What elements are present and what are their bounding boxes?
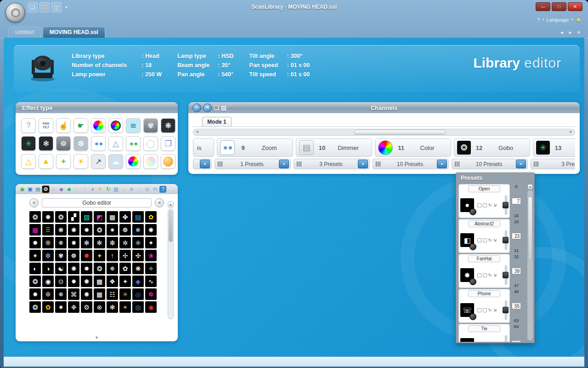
gobo-thumbnail[interactable]: ✺ xyxy=(145,224,157,236)
gobo-thumbnail[interactable]: ⌘ xyxy=(68,288,79,300)
presets-cell-gobo[interactable]: 10 Presets ▼ xyxy=(452,159,528,169)
chevron-down-icon[interactable]: ▾ xyxy=(542,17,544,22)
gobo-thumbnail[interactable]: ☷ xyxy=(107,288,118,300)
language-menu[interactable]: Language xyxy=(546,17,569,23)
gobo-thumbnail[interactable]: ☸ xyxy=(68,250,79,261)
gobo-thumbnail[interactable]: ✴ xyxy=(119,301,131,313)
preset-slider[interactable] xyxy=(503,264,508,286)
presets-dropdown-icon[interactable]: ▼ xyxy=(437,160,447,168)
dots-green-icon[interactable]: ∴ xyxy=(50,186,57,193)
preset-box[interactable]: FanHat ✸ ↻ ⇲ xyxy=(458,254,510,288)
channel-cell-color[interactable]: 11 Color xyxy=(375,138,451,157)
clock-icon[interactable]: ⊙ xyxy=(144,186,151,193)
paste-icon[interactable]: ▤ xyxy=(221,104,226,111)
channels-hscrollbar[interactable]: ◄ ► xyxy=(193,129,575,136)
gobo-thumbnail[interactable]: ❊ xyxy=(42,288,54,300)
preset-checkbox[interactable] xyxy=(483,238,487,242)
gobo-thumbnail[interactable]: ❇ xyxy=(107,237,118,248)
gobo-thumbnail[interactable]: ◉ xyxy=(145,301,157,313)
gobo-thumbnail[interactable]: ⊙ xyxy=(55,276,67,287)
refresh-green-icon[interactable]: ↻ xyxy=(105,186,112,193)
scrollbar-thumb[interactable] xyxy=(169,210,173,242)
gobo-thumbnail[interactable]: ❋ xyxy=(55,224,67,236)
gobo-thumbnail[interactable]: ✿ xyxy=(145,211,157,223)
presets-dropdown-icon[interactable]: ▼ xyxy=(200,160,210,168)
gobo-wheel-2-icon[interactable]: ☸ xyxy=(56,136,71,151)
gobo-thumbnail[interactable]: ▧ xyxy=(81,211,92,223)
gobo-thumbnail[interactable]: ▦ xyxy=(107,211,118,223)
gobo-thumbnail[interactable]: ↑ xyxy=(107,250,118,261)
gobo-thumbnail[interactable]: ✺ xyxy=(81,250,92,261)
tab-close-icon[interactable]: ✕ xyxy=(577,30,581,35)
preset-gobo-thumbnail[interactable]: ✸ xyxy=(460,268,474,282)
preset-box[interactable]: Tie ❖ ↻ ⇲ xyxy=(458,324,510,342)
gobo-green-star-icon[interactable]: ✳ xyxy=(21,136,36,151)
gobo-flower-icon[interactable]: ❋ xyxy=(161,118,175,133)
gobo-thumbnail[interactable]: ✸ xyxy=(68,237,79,248)
rgb-circle-icon[interactable] xyxy=(126,154,141,169)
gobo-thumbnail[interactable]: ❉ xyxy=(68,301,79,313)
scroll-up-icon[interactable]: ▲ xyxy=(527,184,533,190)
monitor-icon[interactable]: ▣ xyxy=(27,186,34,193)
color-wheel-2-icon[interactable] xyxy=(108,118,123,133)
mail-icon[interactable]: ✉ xyxy=(152,186,158,193)
channel-cell-iris[interactable]: is xyxy=(193,138,214,157)
presets-cell-color[interactable]: 10 Presets ▼ xyxy=(373,159,449,169)
gobo-thumbnail[interactable]: ✵ xyxy=(107,263,118,274)
gobo-thumbnail[interactable]: ☯ xyxy=(55,263,67,274)
gobo-thumbnail[interactable]: ❁ xyxy=(119,224,131,236)
gobo-thumbnail[interactable]: ❊ xyxy=(42,237,54,248)
frost-icon[interactable]: ❆ xyxy=(74,136,88,151)
gobo-thumbnail[interactable]: ❂ xyxy=(94,224,105,236)
gobo-thumbnail[interactable]: ◑ xyxy=(42,263,54,274)
scrollbar-thumb[interactable] xyxy=(354,130,446,135)
preset-value-field[interactable]: 23 xyxy=(512,233,521,239)
gobo-thumbnail[interactable]: ✤ xyxy=(119,211,131,223)
rotate-icon[interactable]: ↻ xyxy=(488,203,492,207)
gobo-thumbnail[interactable]: ✻ xyxy=(81,237,92,248)
preset-slider[interactable] xyxy=(503,334,508,342)
scrollbar-track[interactable] xyxy=(527,190,533,340)
gobo-thumbnail[interactable]: ❂ xyxy=(55,211,67,223)
gobo-thumbnail[interactable]: ✾ xyxy=(55,250,67,261)
people-green-icon[interactable]: ☻ xyxy=(66,186,73,193)
key-icon[interactable]: ➤ xyxy=(128,186,135,193)
circle-white-icon[interactable]: ◯ xyxy=(143,136,158,151)
gobo-thumbnail[interactable]: ◎ xyxy=(132,288,144,300)
window-arrow-icon[interactable]: ↗ xyxy=(91,154,106,169)
preset-checkbox[interactable] xyxy=(483,203,487,207)
gobo-thumbnail[interactable]: ❂ xyxy=(94,263,105,274)
gobo-thumbnail[interactable]: ▤ xyxy=(132,211,144,223)
presets-scrollbar[interactable]: ▲ xyxy=(527,184,533,340)
cmy-mix-icon[interactable]: ≋ xyxy=(126,118,141,133)
add-channel-button[interactable]: + xyxy=(192,104,201,112)
orange-circle-icon[interactable] xyxy=(161,154,175,169)
close-button[interactable]: ✕ xyxy=(568,2,582,11)
color-wheel-1-icon[interactable] xyxy=(91,118,106,133)
shape-purple-icon[interactable]: ◆ xyxy=(58,186,65,193)
pastel-circle-icon[interactable] xyxy=(143,154,158,169)
preset-value-field[interactable] xyxy=(512,340,521,342)
rotate-icon[interactable]: ↻ xyxy=(488,308,492,312)
cloud-icon[interactable]: ☁ xyxy=(108,154,123,169)
gobo-thumbnail[interactable]: ◐ xyxy=(29,263,41,274)
scroll-right-icon[interactable]: ► xyxy=(569,129,573,135)
gobo-thumbnail[interactable]: ✸ xyxy=(68,276,79,287)
gobo-thumbnail[interactable]: ✺ xyxy=(81,288,92,300)
channel-cell-zoom[interactable]: ☻☻ 9 Zoom xyxy=(217,138,293,157)
gobo-scrollbar[interactable]: ▲ xyxy=(168,201,174,319)
tab-prev-icon[interactable]: ◄ xyxy=(560,30,564,35)
palette-icon[interactable]: ◉ xyxy=(19,186,26,193)
gobo-thumbnail[interactable]: ❆ xyxy=(42,250,54,261)
help-icon[interactable]: ? xyxy=(159,186,166,193)
pan-tilt-icon[interactable]: PAN TILT xyxy=(39,118,53,133)
presets-dropdown-icon[interactable]: ▼ xyxy=(516,160,526,168)
presets-dropdown-icon[interactable]: ▼ xyxy=(358,160,368,168)
slider-thumb[interactable] xyxy=(503,272,509,278)
preset-slider[interactable] xyxy=(503,230,508,251)
gobo-thumbnail[interactable]: ✣ xyxy=(132,250,144,261)
ball-light-icon[interactable]: ● xyxy=(136,186,143,193)
gobo-thumbnail[interactable]: ✻ xyxy=(107,301,118,313)
unknown-icon[interactable]: ? xyxy=(21,118,36,133)
scrollbar-thumb[interactable] xyxy=(528,196,532,261)
